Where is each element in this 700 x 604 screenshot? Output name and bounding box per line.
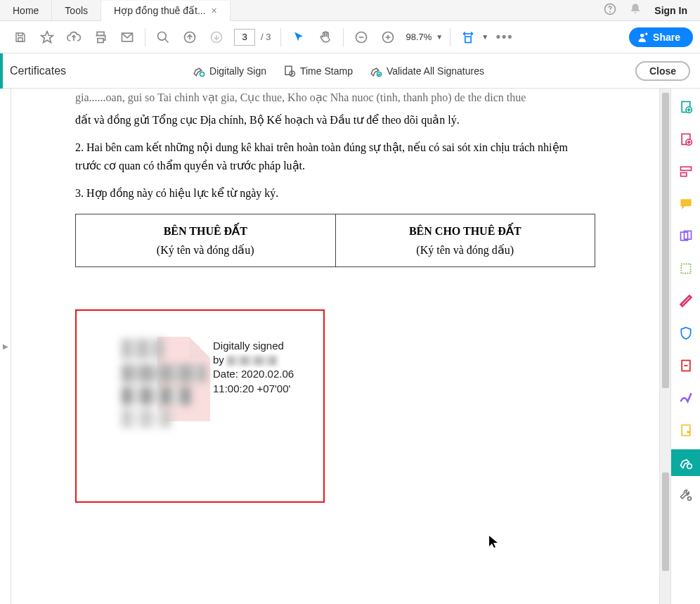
scrollbar-thumb-secondary[interactable] [662,473,669,571]
digitally-sign-button[interactable]: Digitally Sign [193,65,266,77]
compress-icon[interactable] [678,357,694,374]
scrollbar-thumb[interactable] [662,93,669,388]
zoom-dropdown-icon[interactable]: ▼ [436,33,443,41]
svg-rect-33 [682,425,690,436]
toolbar-separator [450,28,451,46]
svg-line-8 [165,39,169,42]
svg-point-1 [610,11,611,12]
svg-rect-5 [98,38,103,42]
svg-rect-28 [680,173,686,176]
save-icon[interactable] [10,27,31,48]
zoom-in-icon[interactable] [377,27,398,48]
page-total-label: / 3 [261,32,271,42]
page-number-input[interactable] [234,29,255,46]
protect-icon[interactable] [678,325,694,342]
help-icon[interactable] [604,3,616,18]
main-area: ▶ gia......oan, gui so Tai chinh vạt gia… [0,89,700,604]
svg-point-34 [687,464,692,469]
signature-details: Digitally signed by Date: 2020.02.06 11:… [213,339,294,428]
sign-in-link[interactable]: Sign In [654,5,687,16]
share-button-label: Share [653,32,680,43]
doc-text-line: gia......oan, gui so Tai chinh vạt gia, … [75,89,595,107]
svg-rect-31 [681,264,690,273]
time-stamp-label: Time Stamp [300,65,353,77]
tab-home[interactable]: Home [0,0,52,20]
more-icon[interactable]: ••• [494,27,515,48]
send-icon[interactable] [678,422,694,439]
redact-icon[interactable] [678,293,694,309]
share-button[interactable]: Share [629,27,693,47]
svg-rect-16 [465,37,471,42]
signature-table: BÊN THUÊ ĐẤT (Ký tên và đóng dấu) BÊN CH… [75,214,595,267]
organize-icon[interactable] [678,260,694,277]
signer-name-redacted [227,356,278,366]
fit-dropdown-icon[interactable]: ▼ [481,33,488,41]
svg-rect-20 [285,66,292,75]
tab-document[interactable]: Hợp đồng thuê đất... × [101,1,231,21]
hand-icon[interactable] [315,27,336,48]
signature-head-lessee: BÊN THUÊ ĐẤT [164,225,247,237]
document-page: gia......oan, gui so Tai chinh vạt gia, … [47,89,623,531]
certificates-tool-icon[interactable] [671,449,701,476]
zoom-out-icon[interactable] [351,27,372,48]
cloud-upload-icon[interactable] [63,27,84,48]
svg-rect-2 [18,37,22,41]
cursor-icon [489,536,499,551]
signature-note-lessee: (Ký tên và đóng dấu) [82,243,330,257]
digital-signature-field[interactable]: Digitally signed by Date: 2020.02.06 11:… [75,309,325,503]
sig-line-2: by [213,353,294,367]
prev-page-icon[interactable] [179,27,200,48]
doc-text-line: 3. Hợp đồng này có hiệu lực kể từ ngày k… [75,184,595,203]
signature-content: Digitally signed by Date: 2020.02.06 11:… [122,339,294,428]
svg-point-35 [687,497,691,501]
signature-note-lessor: (Ký tên và đóng dấu) [342,243,590,257]
certificates-active-indicator [0,53,3,89]
combine-icon[interactable] [678,228,694,245]
fill-sign-icon[interactable] [678,390,694,406]
close-button[interactable]: Close [635,61,690,81]
signature-image-redacted [122,339,206,428]
document-viewport[interactable]: gia......oan, gui so Tai chinh vạt gia, … [11,89,659,604]
main-toolbar: / 3 98.7% ▼ ▼ ••• Share [0,21,700,53]
signature-cell-lessor: BÊN CHO THUÊ ĐẤT (Ký tên và đóng dấu) [335,214,595,266]
certificates-actions: Digitally Sign Time Stamp Validate All S… [193,65,484,77]
top-tabs-bar: Home Tools Hợp đồng thuê đất... × Sign I… [0,0,700,21]
more-tools-icon[interactable] [678,487,694,503]
bell-icon[interactable] [629,3,642,18]
zoom-level-label: 98.7% [406,32,432,42]
svg-point-19 [200,72,205,76]
svg-marker-3 [41,31,53,42]
sig-line-4: 11:00:20 +07'00' [213,382,294,396]
zoom-out-search-icon[interactable] [153,27,174,48]
signature-head-lessor: BÊN CHO THUÊ ĐẤT [409,225,521,237]
validate-signatures-button[interactable]: Validate All Signatures [370,65,484,77]
svg-rect-27 [680,167,691,170]
time-stamp-button[interactable]: Time Stamp [283,65,353,77]
doc-text-line: 2. Hai bên cam kết những nội dung kê kha… [75,139,595,174]
create-pdf-icon[interactable] [678,98,694,115]
svg-point-17 [640,33,644,37]
pointer-icon[interactable] [288,27,309,48]
doc-text-line: đất và đồng gửi Tổng cục Địa chính, Bộ K… [75,111,595,129]
left-panel-toggle[interactable]: ▶ [0,89,11,604]
digitally-sign-label: Digitally Sign [209,65,266,77]
close-icon[interactable]: × [212,5,217,16]
right-tool-rail [670,89,700,604]
comment-icon[interactable] [678,195,694,212]
mail-icon[interactable] [117,27,138,48]
toolbar-separator [280,28,281,46]
sig-line-1: Digitally signed [213,339,294,353]
next-page-icon[interactable] [206,27,227,48]
certificates-bar: Certificates Digitally Sign Time Stamp V… [0,53,700,89]
edit-pdf-icon[interactable] [678,163,694,180]
top-right-group: Sign In [604,3,700,18]
export-pdf-icon[interactable] [678,131,694,148]
validate-signatures-label: Validate All Signatures [387,65,484,77]
tab-tools[interactable]: Tools [52,0,101,20]
sig-line-3: Date: 2020.02.06 [213,367,294,381]
fit-width-icon[interactable] [458,27,479,48]
signature-cell-lessee: BÊN THUÊ ĐẤT (Ký tên và đóng dấu) [76,214,336,266]
print-icon[interactable] [90,27,111,48]
vertical-scrollbar[interactable] [659,89,670,604]
star-icon[interactable] [37,27,58,48]
